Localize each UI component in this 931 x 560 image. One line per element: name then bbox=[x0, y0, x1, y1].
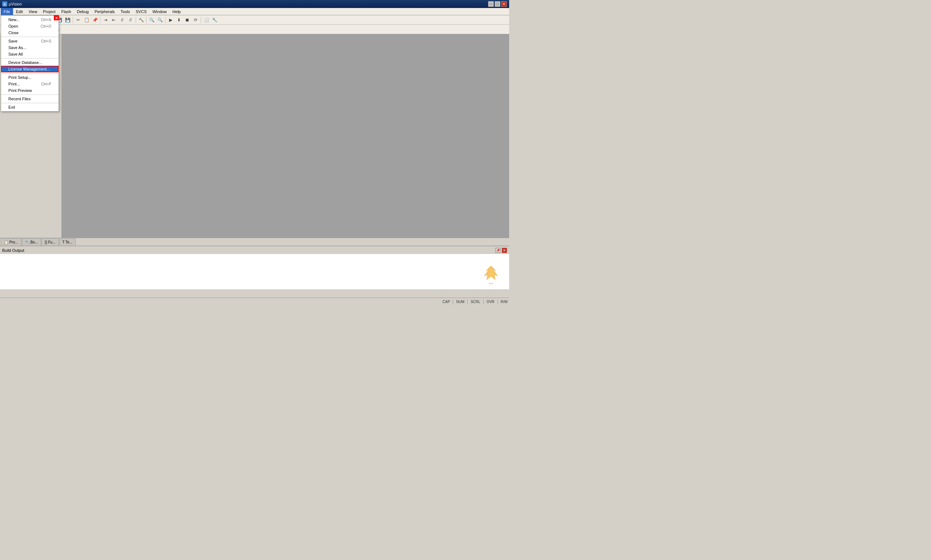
menu-device-database[interactable]: Device Database... bbox=[1, 59, 59, 66]
menu-debug[interactable]: Debug bbox=[74, 8, 92, 15]
menu-print-preview[interactable]: Print Preview bbox=[1, 87, 59, 94]
toolbar-sep-4 bbox=[100, 17, 100, 23]
build-output-title: Build Output bbox=[2, 248, 25, 252]
toolbar-sep-7 bbox=[165, 17, 165, 23]
debug-stop-button[interactable]: ⏹ bbox=[183, 16, 191, 24]
zoom-in-button[interactable]: 🔍 bbox=[148, 16, 156, 24]
menu-bar: File Edit View Project Flash Debug Perip… bbox=[0, 8, 509, 15]
toolbar-2: ▤ ⚡ ⎙ ⊞ ◈ ◆ 🏠 bbox=[0, 25, 509, 34]
keil-logo: Keil bbox=[480, 264, 502, 286]
menu-recent-files[interactable]: Recent Files bbox=[1, 95, 59, 102]
menu-project[interactable]: Project bbox=[40, 8, 58, 15]
menu-open[interactable]: Open Ctrl+O bbox=[1, 23, 59, 29]
menu-close[interactable]: Close bbox=[1, 29, 59, 36]
tab-project[interactable]: 📋 Pro... bbox=[1, 238, 22, 246]
zoom-out-button[interactable]: 🔍 bbox=[156, 16, 164, 24]
app-icon: μ bbox=[2, 2, 7, 6]
tab-templates[interactable]: T Te... bbox=[59, 238, 76, 246]
app-title: µVision bbox=[9, 2, 22, 6]
menu-peripherals[interactable]: Peripherals bbox=[92, 8, 118, 15]
bottom-panel: Build Output 📌 ✕ Keil bbox=[0, 246, 509, 289]
tab-functions[interactable]: {} Fu... bbox=[42, 238, 59, 246]
menu-save[interactable]: Save Ctrl+S bbox=[1, 38, 59, 44]
dd-sep-3 bbox=[1, 73, 59, 74]
build-button[interactable]: 🔨 bbox=[137, 16, 145, 24]
status-scrl: SCRL bbox=[470, 300, 480, 304]
status-right: CAP NUM SCRL OVR R/W bbox=[442, 300, 508, 305]
menu-help[interactable]: Help bbox=[170, 8, 183, 15]
menu-view[interactable]: View bbox=[26, 8, 40, 15]
menu-print-setup[interactable]: Print Setup... bbox=[1, 74, 59, 81]
bottom-tabs: 📋 Pro... 🔧 Bo... {} Fu... T Te... bbox=[0, 238, 509, 246]
toolbar-sep-5 bbox=[136, 17, 136, 23]
svg-text:Keil: Keil bbox=[489, 282, 493, 285]
build-output-close[interactable]: ✕ bbox=[502, 248, 507, 253]
menu-file[interactable]: File bbox=[1, 8, 13, 15]
cut-button[interactable]: ✂ bbox=[74, 16, 82, 24]
debug-step-button[interactable]: ⬇ bbox=[175, 16, 183, 24]
title-controls: ─ □ ✕ bbox=[488, 1, 507, 7]
view-selector[interactable]: ⬜ bbox=[202, 16, 210, 24]
save-all-button[interactable]: 💾 bbox=[64, 16, 72, 24]
dd-sep-1 bbox=[1, 37, 59, 37]
content-area bbox=[62, 34, 509, 238]
menu-flash[interactable]: Flash bbox=[59, 8, 74, 15]
debug-run-button[interactable]: ▶ bbox=[166, 16, 174, 24]
menu-tools[interactable]: Tools bbox=[118, 8, 133, 15]
tab-build[interactable]: 🔧 Bo... bbox=[22, 238, 41, 246]
build-output-bar: Build Output 📌 ✕ bbox=[0, 246, 509, 254]
outdent-button[interactable]: ⇤ bbox=[110, 16, 118, 24]
dd-sep-4 bbox=[1, 94, 59, 95]
indent-button[interactable]: ⇥ bbox=[102, 16, 109, 24]
build-output-content: Keil bbox=[0, 254, 509, 289]
uncomment-button[interactable]: // bbox=[126, 16, 134, 24]
menu-license-management[interactable]: License Management... bbox=[1, 66, 59, 72]
copy-button[interactable]: 📋 bbox=[83, 16, 91, 24]
status-caps: CAP bbox=[442, 300, 450, 304]
file-dropdown-menu: ✕ New... Ctrl+N Open Ctrl+O Close Save C… bbox=[1, 15, 59, 112]
menu-edit[interactable]: Edit bbox=[13, 8, 26, 15]
minimize-button[interactable]: ─ bbox=[488, 1, 494, 7]
settings-button[interactable]: 🔧 bbox=[211, 16, 219, 24]
status-rw: R/W bbox=[501, 300, 508, 304]
menu-new[interactable]: New... Ctrl+N bbox=[1, 16, 59, 23]
comment-button[interactable]: // bbox=[118, 16, 126, 24]
menu-window[interactable]: Window bbox=[150, 8, 170, 15]
toolbar-sep-6 bbox=[146, 17, 146, 23]
build-output-pin[interactable]: 📌 bbox=[495, 248, 500, 253]
main-area bbox=[0, 34, 509, 238]
menu-print[interactable]: Print... Ctrl+P bbox=[1, 81, 59, 87]
debug-reset-button[interactable]: ⟳ bbox=[192, 16, 200, 24]
dd-sep-2 bbox=[1, 58, 59, 58]
title-bar-left: μ µVision bbox=[2, 2, 22, 6]
title-bar: μ µVision ─ □ ✕ bbox=[0, 0, 509, 8]
toolbar-1: ↩ ↪ ◀ ▶ 📄 📂 💾 💾 ✂ 📋 📌 ⇥ ⇤ // // 🔨 🔍 🔍 ▶ … bbox=[0, 15, 509, 25]
paste-button[interactable]: 📌 bbox=[91, 16, 99, 24]
status-ovr: OVR bbox=[487, 300, 495, 304]
status-num: NUM bbox=[456, 300, 464, 304]
menu-save-as[interactable]: Save As... bbox=[1, 44, 59, 51]
menu-save-all[interactable]: Save All bbox=[1, 51, 59, 57]
toolbar-sep-3 bbox=[73, 17, 73, 23]
close-button[interactable]: ✕ bbox=[501, 1, 507, 7]
maximize-button[interactable]: □ bbox=[495, 1, 500, 7]
menu-exit[interactable]: Exit bbox=[1, 104, 59, 111]
status-bar: CAP NUM SCRL OVR R/W bbox=[0, 298, 509, 306]
toolbar-sep-8 bbox=[201, 17, 201, 23]
menu-svcs[interactable]: SVCS bbox=[133, 8, 150, 15]
